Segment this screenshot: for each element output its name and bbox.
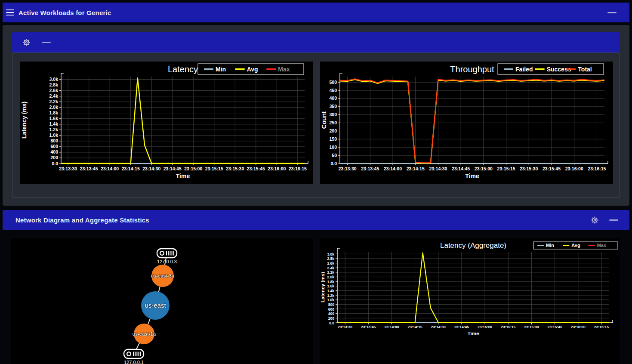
y-tick-label: 0.0 [330,161,337,166]
x-tick-label: 23:15:15 [205,166,223,171]
legend-label-max: Max [597,243,607,248]
y-tick-label: 200 [328,316,334,321]
x-tick-label: 23:14:30 [431,325,446,329]
y-tick-label: 250 [329,120,337,125]
x-axis-label: Time [468,331,479,336]
x-tick-label: 23:14:00 [101,166,119,171]
legend-label-max: Max [278,66,290,73]
latency-aggregate-chart[interactable]: 23:13:3023:13:4523:14:0023:14:1523:14:30… [320,238,620,364]
legend-label-min: Min [216,66,226,73]
zone-node[interactable]: us-east-1a [133,324,156,344]
y-tick-label: 500 [329,80,337,85]
x-tick-label: 23:14:30 [142,166,160,171]
y-tick-label: 200 [329,128,337,133]
section-title: Network Diagram and Aggregate Statistics [15,216,149,224]
network-diagram[interactable]: 127.0.0.3us-east-3aus-eastus-east-1a127.… [11,238,313,364]
throughput-chart[interactable]: 23:13:3023:13:4523:14:0023:14:1523:14:30… [320,62,613,184]
y-tick-label: 1.2k [327,293,334,298]
collapse-panel-icon[interactable] [42,42,51,43]
x-tick-label: 23:14:00 [384,325,399,329]
chart-title: Latency [168,65,198,74]
y-tick-label: 400 [50,149,58,154]
y-tick-label: 0.0 [52,161,58,166]
x-tick-label: 23:16:00 [268,166,286,171]
legend-label-min: Min [546,243,554,248]
y-tick-label: 2.2k [49,99,59,104]
network-section-header: Network Diagram and Aggregate Statistics [3,210,629,230]
x-tick-label: 23:15:45 [548,325,562,329]
host-label: 127.0.0.3 [157,259,177,264]
node-label: us-east-3a [151,273,175,278]
x-tick-label: 23:13:30 [339,166,357,171]
x-tick-label: 23:13:45 [80,166,98,171]
host-label: 127.0.0.1 [124,360,144,364]
x-tick-label: 23:15:15 [497,166,515,171]
x-axis-label: Time [465,173,479,179]
legend-label-failed: Failed [515,66,533,73]
series-total [340,79,604,163]
node-label: us-east [145,302,166,309]
x-tick-label: 23:15:00 [478,325,492,329]
host-node[interactable]: 127.0.0.3 [157,249,177,264]
y-tick-label: 200 [50,155,58,160]
y-tick-label: 2.8k [327,256,334,261]
y-tick-label: 600 [50,144,58,149]
gear-icon[interactable] [591,216,599,224]
y-tick-label: 450 [329,88,337,93]
y-tick-label: 2.0k [327,275,334,279]
host-node[interactable]: 127.0.0.1 [124,349,144,364]
x-tick-label: 23:14:00 [384,166,402,171]
y-tick-label: 1.8k [49,110,59,115]
collapse-window-icon[interactable] [607,12,617,13]
x-tick-label: 23:15:30 [226,166,244,171]
y-tick-label: 1.2k [49,127,59,132]
y-tick-label: 800 [328,302,334,307]
legend[interactable]: MinAvgMax [198,64,304,74]
charts-container: 23:13:3023:13:4523:14:0023:14:1523:14:30… [12,52,620,198]
y-tick-label: 400 [329,96,337,101]
legend-label-avg: Avg [247,66,258,73]
hamburger-menu-icon[interactable] [6,9,14,16]
y-tick-label: 50 [332,153,337,158]
chart-title: Latency (Aggregate) [440,241,506,250]
y-tick-label: 2.6k [49,88,59,93]
window-title: Active Workloads for Generic [18,9,111,16]
y-tick-label: 2.4k [327,266,334,270]
y-tick-label: 2.4k [49,93,59,99]
x-tick-label: 23:16:15 [289,166,307,171]
legend-label-total: Total [578,66,592,73]
x-tick-label: 23:13:30 [338,325,352,329]
x-axis-label: Time [176,173,190,179]
y-tick-label: 3.0k [327,252,334,256]
x-tick-label: 23:16:15 [588,166,606,171]
y-tick-label: 2.0k [49,105,59,110]
x-tick-label: 23:15:45 [543,166,561,171]
y-tick-label: 2.8k [49,82,59,87]
x-tick-label: 23:14:15 [408,325,422,329]
x-tick-label: 23:14:30 [429,166,447,171]
x-tick-label: 23:16:00 [565,166,583,171]
y-axis-label: Latency (ms) [21,102,28,139]
x-tick-label: 23:14:45 [454,325,469,329]
legend[interactable]: MinAvgMax [533,242,618,249]
gear-icon[interactable] [22,38,31,46]
y-tick-label: 350 [329,104,337,109]
chart-title: Throughput [450,65,494,74]
y-tick-label: 1.4k [327,289,334,293]
y-tick-label: 1.0k [327,298,334,302]
y-tick-label: 1.0k [49,133,59,138]
collapse-section-icon[interactable] [609,219,618,221]
latency-chart[interactable]: 23:13:3023:13:4523:14:0023:14:1523:14:30… [20,62,313,184]
y-tick-label: 2.6k [327,261,334,265]
node-label: us-east-1a [133,331,156,336]
x-tick-label: 23:14:15 [122,166,140,171]
y-tick-label: 150 [329,136,337,142]
x-tick-label: 23:15:45 [247,166,265,171]
x-tick-label: 23:13:30 [59,166,77,171]
x-tick-label: 23:14:45 [452,166,470,171]
region-node[interactable]: us-east [141,291,170,320]
x-tick-label: 23:13:45 [361,166,379,171]
legend[interactable]: FailedSuccessTotal [498,64,604,74]
zone-node[interactable]: us-east-3a [151,265,175,287]
legend-label-avg: Avg [571,243,580,248]
